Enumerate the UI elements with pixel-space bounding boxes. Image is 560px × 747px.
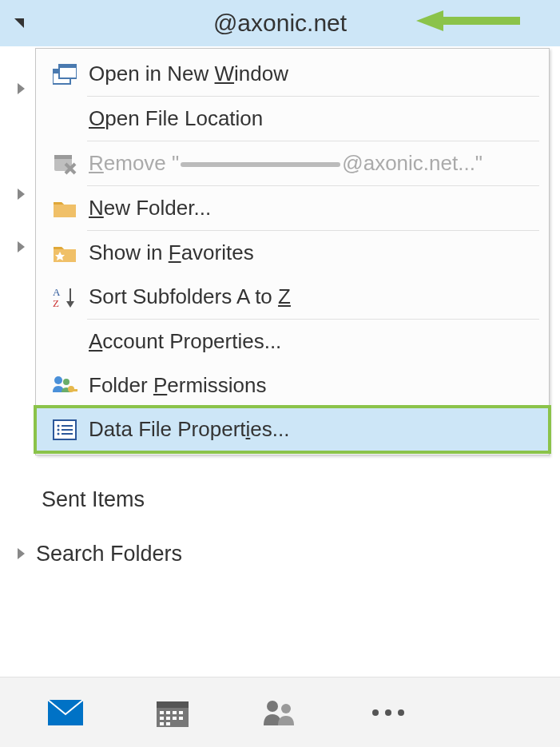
chevron-right-icon (18, 189, 25, 200)
sort-az-icon: A Z (47, 286, 82, 308)
remove-calendar-icon (47, 153, 82, 175)
annotation-arrow-icon (416, 9, 520, 38)
menu-show-in-favorites[interactable]: Show in Favorites (36, 231, 549, 275)
menu-data-file-properties[interactable]: Data File Properties... (36, 407, 549, 451)
menu-account-properties[interactable]: Account Properties... (36, 320, 549, 364)
folder-sent-items[interactable]: Sent Items (0, 479, 560, 519)
new-window-icon (47, 64, 82, 85)
account-title: @axonic.net (213, 10, 347, 37)
svg-rect-28 (173, 711, 177, 714)
menu-sort-subfolders[interactable]: A Z Sort Subfolders A to Z (36, 275, 549, 319)
menu-new-folder[interactable]: New Folder... (36, 186, 549, 230)
nav-mail-button[interactable] (48, 700, 83, 725)
svg-point-14 (68, 386, 74, 392)
svg-point-12 (54, 376, 62, 384)
chevron-right-icon (18, 241, 25, 252)
menu-label: Folder Permissions (82, 373, 267, 398)
svg-rect-33 (179, 717, 183, 720)
svg-marker-1 (416, 10, 443, 31)
nav-calendar-button[interactable] (157, 698, 189, 727)
expand-caret-icon (14, 18, 24, 28)
svg-rect-32 (173, 717, 177, 720)
svg-point-36 (267, 701, 278, 712)
svg-rect-7 (54, 155, 72, 159)
folder-row-hidden-2[interactable] (0, 174, 36, 214)
menu-label: New Folder... (82, 196, 211, 221)
svg-rect-34 (160, 722, 164, 725)
menu-label: Show in Favorites (82, 240, 254, 265)
nav-more-button[interactable] (371, 708, 406, 717)
properties-icon (47, 419, 82, 440)
permissions-icon (47, 375, 82, 397)
chevron-right-icon (18, 548, 25, 559)
menu-label: Open File Location (82, 106, 263, 131)
menu-open-new-window[interactable]: Open in New Window (36, 52, 549, 96)
context-menu: Open in New Window Open File Location Re… (35, 48, 550, 455)
menu-remove-account: Remove "@axonic.net..." (36, 141, 549, 185)
svg-point-17 (58, 424, 60, 427)
svg-rect-5 (59, 64, 77, 68)
svg-marker-11 (66, 301, 74, 308)
svg-rect-27 (166, 711, 170, 714)
favorites-folder-icon (47, 244, 82, 263)
svg-point-19 (58, 428, 60, 431)
svg-point-13 (63, 379, 70, 385)
menu-label: Account Properties... (82, 329, 281, 354)
folder-row-hidden-3[interactable] (0, 227, 36, 267)
chevron-right-icon (18, 83, 25, 94)
svg-point-38 (372, 709, 379, 716)
redacted-text (181, 162, 340, 167)
svg-rect-31 (166, 717, 170, 720)
svg-rect-15 (73, 389, 77, 391)
svg-point-39 (385, 709, 391, 716)
svg-rect-30 (160, 717, 164, 720)
menu-label: Remove "@axonic.net..." (82, 151, 483, 176)
menu-folder-permissions[interactable]: Folder Permissions (36, 364, 549, 407)
folder-icon (47, 199, 82, 218)
folder-label: Sent Items (42, 487, 145, 512)
svg-text:Z: Z (53, 297, 59, 308)
menu-open-file-location[interactable]: Open File Location (36, 97, 549, 141)
svg-point-37 (281, 704, 291, 713)
menu-label: Sort Subfolders A to Z (82, 284, 291, 309)
svg-rect-25 (157, 701, 189, 708)
folder-search-folders[interactable]: Search Folders (0, 534, 560, 574)
svg-rect-35 (166, 722, 170, 725)
svg-point-21 (58, 432, 60, 435)
svg-text:A: A (53, 286, 61, 298)
svg-point-40 (398, 709, 404, 716)
account-header[interactable]: @axonic.net (0, 0, 560, 46)
nav-bar (0, 677, 560, 747)
folder-label: Search Folders (36, 542, 182, 566)
folder-row-hidden-1[interactable] (0, 69, 36, 109)
svg-rect-26 (160, 711, 164, 714)
svg-rect-29 (179, 711, 183, 714)
menu-label: Data File Properties... (82, 417, 289, 442)
menu-label: Open in New Window (82, 62, 288, 86)
nav-people-button[interactable] (262, 698, 297, 727)
